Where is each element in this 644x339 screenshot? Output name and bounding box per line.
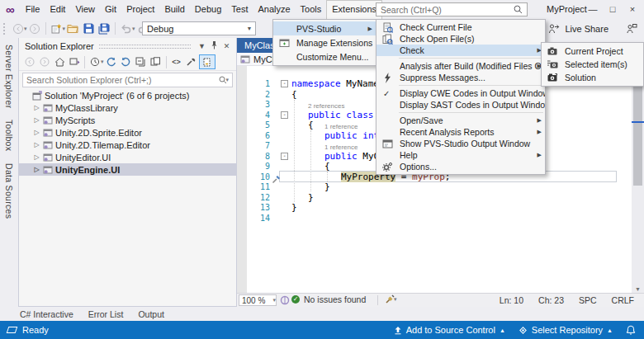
solution-configuration-dropdown[interactable]: Debug ▼ [142, 21, 256, 35]
live-share-icon[interactable] [546, 21, 561, 36]
menu-item-show-pvs-studio-output-window[interactable]: Show PVS-Studio Output Window [376, 138, 545, 149]
menu-item-display-cwe-codes-in-output-window[interactable]: ✓Display CWE Codes in Output Window [376, 87, 545, 99]
tree-row-unity-2d-tilemap-editor[interactable]: ▷Unity.2D.Tilemap.Editor [19, 139, 236, 151]
menu-title-debug[interactable]: Debug [190, 0, 226, 19]
sync-with-active-document-icon[interactable] [119, 54, 134, 69]
view-code-icon[interactable]: <> [169, 54, 184, 69]
panel-tab-output[interactable]: Output [138, 309, 164, 319]
menu-item-pvs-studio[interactable]: PVS-Studio▶ [273, 21, 376, 35]
pin-icon[interactable] [208, 40, 220, 51]
column-indicator[interactable]: Ch: 23 [538, 295, 564, 305]
code-cleanup-button[interactable]: ▾ [385, 294, 397, 304]
panel-tab-c-interactive[interactable]: C# Interactive [20, 309, 73, 319]
tree-row-unityeditor-ui[interactable]: ▷UnityEditor.UI [19, 151, 236, 163]
refresh-icon[interactable] [104, 54, 119, 69]
zoom-dropdown[interactable]: 100 % ▾ [239, 294, 277, 306]
codelens-references-label[interactable]: 1 reference [324, 144, 358, 151]
spaces-indicator[interactable]: SPC [579, 295, 597, 305]
navigate-forward-icon[interactable] [27, 21, 43, 36]
menu-title-file[interactable]: File [21, 0, 45, 19]
menu-item-check-open-file-s[interactable]: Check Open File(s) [376, 33, 545, 45]
side-tab-server-explorer[interactable]: Server Explorer [4, 45, 14, 108]
expander-arrow-icon[interactable]: ▷ [32, 104, 41, 111]
menu-item-manage-extensions[interactable]: Manage Extensions [273, 35, 376, 49]
search-input[interactable]: Search (Ctrl+Q) [376, 2, 528, 16]
maximize-button[interactable]: □ [603, 0, 623, 18]
line-ending-indicator[interactable]: CRLF [612, 295, 634, 305]
side-tab-data-sources[interactable]: Data Sources [4, 163, 14, 219]
save-all-icon[interactable] [97, 21, 112, 36]
panel-tab-error-list[interactable]: Error List [88, 309, 124, 319]
menu-item-display-sast-codes-in-output-window[interactable]: Display SAST Codes in Output Window [376, 99, 545, 111]
expander-arrow-icon[interactable]: ▷ [32, 166, 41, 173]
code-line-13[interactable]: 13} [237, 202, 632, 213]
properties-wrench-icon[interactable] [184, 54, 199, 69]
tree-row-myclasslibrary[interactable]: ▷MyClassLibrary [19, 101, 236, 114]
close-button[interactable]: × [623, 0, 642, 18]
scrollbar-thumb[interactable] [633, 81, 642, 186]
menu-title-test[interactable]: Test [226, 0, 253, 19]
menu-item-check[interactable]: Check▶ [376, 45, 545, 56]
tree-row-solution[interactable]: Solution 'MyProject' (6 of 6 projects) [19, 89, 236, 101]
se-back-icon[interactable] [22, 54, 37, 69]
preview-selected-items-icon[interactable] [149, 54, 163, 69]
fold-collapse-icon[interactable]: - [281, 111, 288, 119]
expander-arrow-icon[interactable]: ▷ [32, 129, 41, 136]
codelens-references-label[interactable]: 1 reference [324, 123, 358, 130]
menu-title-view[interactable]: View [70, 0, 100, 19]
fold-collapse-icon[interactable]: - [281, 153, 288, 160]
se-forward-icon[interactable] [37, 54, 52, 69]
menu-item-analysis-after-build-modified-files-only[interactable]: Analysis after Build (Modified Files Onl… [376, 60, 545, 72]
close-pane-icon[interactable]: ✕ [220, 42, 233, 50]
minimize-button[interactable]: — [583, 0, 603, 18]
save-icon[interactable] [81, 21, 97, 36]
scroll-down-arrow-icon[interactable]: ▼ [632, 286, 644, 292]
menu-item-check-current-file[interactable]: Check Current File [376, 21, 545, 33]
show-all-files-icon[interactable] [199, 54, 215, 69]
live-share-label[interactable]: Live Share [565, 24, 608, 34]
menu-item-solution[interactable]: Solution [542, 71, 643, 84]
collapse-all-icon[interactable] [134, 54, 149, 69]
expander-arrow-icon[interactable]: ▷ [32, 141, 41, 148]
toolbar-grip[interactable] [3, 23, 7, 35]
menu-title-tools[interactable]: Tools [296, 0, 327, 19]
pane-drag-texture[interactable] [99, 45, 191, 49]
expander-arrow-icon[interactable]: ▷ [32, 153, 41, 161]
editor-vertical-scrollbar[interactable]: ▼ [632, 66, 644, 293]
menu-item-recent-analysis-reports[interactable]: Recent Analysis Reports▶ [376, 126, 545, 138]
menu-item-customize-menu[interactable]: Customize Menu... [273, 49, 376, 64]
menu-item-selected-item-s[interactable]: Selected item(s) [542, 58, 643, 71]
fold-collapse-icon[interactable]: - [281, 80, 288, 87]
menu-title-edit[interactable]: Edit [45, 0, 70, 19]
solution-explorer-title-bar[interactable]: Solution Explorer ▼ ✕ [19, 38, 236, 54]
open-file-icon[interactable] [65, 21, 81, 36]
select-repository-button[interactable]: Select Repository ▲ [519, 325, 613, 335]
menu-title-build[interactable]: Build [159, 0, 189, 19]
menu-title-project[interactable]: Project [121, 0, 159, 19]
split-view-icon[interactable] [280, 295, 290, 307]
code-line-11[interactable]: 11} [237, 181, 632, 192]
switch-views-icon[interactable] [67, 54, 82, 69]
menu-item-options[interactable]: Options... [376, 161, 545, 172]
solution-explorer-search-input[interactable]: Search Solution Explorer (Ctrl+;) ▾ [22, 73, 233, 87]
tree-row-myscripts[interactable]: ▷MyScripts [19, 114, 236, 126]
notifications-bell-icon[interactable] [626, 325, 636, 336]
tree-row-unityengine-ui[interactable]: ▷UnityEngine.UI [19, 163, 236, 176]
search-options-dropdown-icon[interactable]: ▾ [225, 77, 229, 83]
send-feedback-icon[interactable] [623, 21, 639, 36]
add-to-source-control-button[interactable]: Add to Source Control ▲ [394, 325, 505, 335]
menu-item-help[interactable]: Help▶ [376, 149, 545, 161]
menu-item-current-project[interactable]: Current Project [542, 45, 643, 58]
tree-row-unity-2d-sprite-editor[interactable]: ▷Unity.2D.Sprite.Editor [19, 126, 236, 139]
menu-title-analyze[interactable]: Analyze [253, 0, 295, 19]
expander-arrow-icon[interactable]: ▷ [32, 116, 41, 124]
menu-item-suppress-messages[interactable]: Suppress Messages... [376, 72, 545, 83]
line-indicator[interactable]: Ln: 10 [500, 295, 523, 305]
menu-item-open-save[interactable]: Open/Save▶ [376, 115, 545, 126]
pane-options-chevron-icon[interactable]: ▼ [196, 42, 208, 50]
code-line-12[interactable]: 12} [237, 192, 632, 203]
menu-title-git[interactable]: Git [100, 0, 121, 19]
code-line-14[interactable]: 14 [237, 213, 632, 224]
menu-title-extensions[interactable]: Extensions [326, 0, 382, 19]
codelens-references-label[interactable]: 2 references [308, 102, 344, 110]
